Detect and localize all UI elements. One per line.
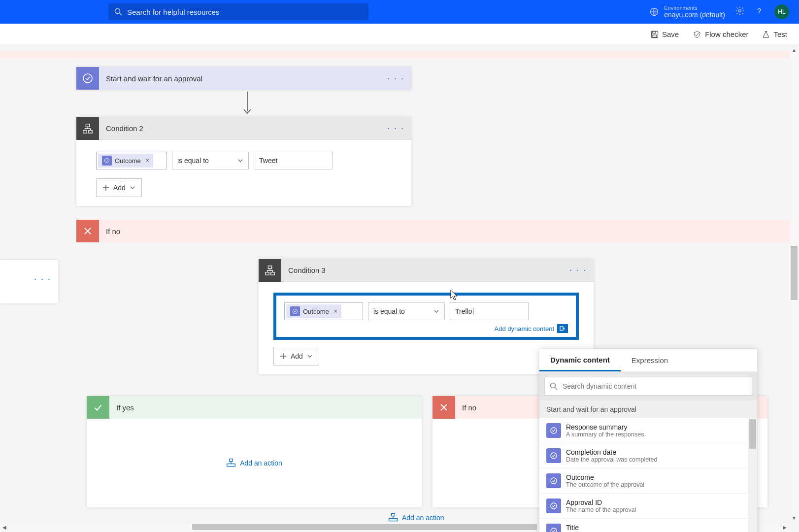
chevron-down-icon (130, 185, 135, 191)
add-action-button-bottom[interactable]: Add an action (388, 513, 444, 523)
collapsed-branch-card[interactable]: · · · (0, 260, 58, 303)
condition-2-left-operand[interactable]: Outcome × (96, 152, 167, 169)
dc-item[interactable]: TitleThe title of the approval (539, 519, 757, 532)
token-remove[interactable]: × (146, 157, 149, 164)
add-action-icon (388, 513, 398, 523)
user-avatar[interactable]: HL (774, 4, 789, 19)
add-dynamic-content-link[interactable]: Add dynamic content (495, 325, 554, 332)
environment-picker[interactable]: Environments enayu.com (default) (649, 5, 725, 19)
save-button[interactable]: Save (651, 30, 679, 38)
condition-2-menu[interactable]: · · · (387, 123, 404, 133)
dc-item-title: Response summary (566, 423, 644, 431)
mouse-cursor (450, 290, 459, 302)
token-label: Outcome (115, 157, 141, 165)
condition-card-condition-2[interactable]: Condition 2 · · · Outcome × is equal to (76, 117, 411, 206)
svg-rect-12 (89, 131, 92, 133)
dc-scrollbar[interactable] (748, 418, 757, 532)
hscroll-thumb[interactable] (192, 524, 537, 530)
approval-token-icon (290, 306, 300, 316)
scroll-thumb[interactable] (791, 246, 798, 300)
flow-canvas[interactable]: Start and wait for an approval · · · Con… (0, 45, 799, 532)
token-remove[interactable]: × (334, 308, 337, 315)
condition-2-operator-select[interactable]: is equal to (172, 152, 249, 169)
if-yes-label: If yes (116, 403, 134, 412)
condition-2-add-button[interactable]: Add (96, 178, 142, 197)
action-card-start-wait-approval[interactable]: Start and wait for an approval · · · (76, 67, 411, 90)
dc-search-input[interactable] (563, 382, 747, 390)
search-input[interactable]: Search for helpful resources (108, 3, 368, 20)
search-placeholder: Search for helpful resources (127, 8, 220, 16)
dc-section-header: Start and wait for an approval (539, 400, 757, 418)
help-icon[interactable]: ? (755, 6, 765, 18)
svg-point-37 (551, 428, 557, 433)
svg-rect-10 (86, 124, 89, 127)
operator-label: is equal to (373, 307, 405, 315)
vertical-scrollbar[interactable]: ▲ ▼ (789, 45, 799, 522)
approval-token-icon (546, 448, 561, 463)
settings-icon[interactable] (735, 6, 745, 18)
operator-label: is equal to (177, 157, 209, 165)
flow-checker-icon (693, 30, 701, 39)
svg-point-21 (293, 309, 298, 314)
svg-text:?: ? (757, 6, 761, 15)
svg-rect-11 (83, 131, 87, 133)
approval-token-icon (546, 423, 561, 438)
svg-rect-34 (389, 519, 398, 521)
add-label: Add (113, 184, 126, 192)
connector-arrow (241, 92, 253, 116)
chevron-down-icon (433, 308, 439, 314)
svg-point-8 (83, 74, 92, 83)
plus-icon (280, 353, 287, 360)
dc-item[interactable]: Approval IDThe name of the approval (539, 494, 757, 519)
svg-point-35 (551, 383, 556, 388)
dc-item[interactable]: OutcomeThe outcome of the approval (539, 468, 757, 494)
branch-bar-if-no[interactable]: If no (0, 220, 799, 242)
search-icon (550, 382, 558, 390)
tab-expression[interactable]: Expression (621, 349, 679, 371)
dc-item[interactable]: Response summaryA summary of the respons… (539, 418, 757, 443)
dc-item[interactable]: Completion dateDate the approval was com… (539, 443, 757, 468)
svg-point-38 (551, 453, 557, 459)
dynamic-content-popup: Dynamic content Expression Start and wai… (539, 349, 757, 532)
avatar-initials: HL (778, 8, 785, 15)
approval-card-menu[interactable]: · · · (387, 73, 404, 84)
scroll-up-arrow[interactable]: ▲ (789, 45, 799, 54)
test-button[interactable]: Test (762, 30, 787, 38)
flow-checker-button[interactable]: Flow checker (693, 30, 748, 39)
dc-item-title: Title (566, 524, 631, 532)
svg-line-36 (555, 388, 558, 390)
collapsed-branch-menu[interactable]: · · · (34, 274, 51, 284)
condition-3-menu[interactable]: · · · (569, 265, 587, 275)
scroll-down-arrow[interactable]: ▼ (789, 513, 799, 522)
condition-3-value-input[interactable]: Trello (450, 302, 529, 320)
close-icon (76, 220, 99, 242)
condition-2-value-input[interactable]: Tweet (254, 152, 333, 169)
condition-3-rule-row: Outcome × is equal to Trello Add dynamic… (273, 293, 579, 340)
condition-3-add-button[interactable]: Add (273, 347, 319, 366)
svg-point-40 (551, 503, 557, 509)
dynamic-content-search[interactable] (544, 377, 752, 396)
svg-rect-20 (271, 272, 274, 275)
add-action-button[interactable]: Add an action (226, 458, 282, 468)
tab-dynamic-content[interactable]: Dynamic content (539, 349, 621, 371)
condition-3-title: Condition 3 (288, 266, 326, 274)
canvas-background-strip (0, 51, 799, 58)
dc-item-desc: The name of the approval (566, 506, 636, 513)
if-no-2-label: If no (462, 403, 476, 412)
branch-card-if-yes[interactable]: If yes Add an action (87, 396, 422, 507)
scroll-left-arrow[interactable]: ◀ (0, 522, 9, 532)
approval-token-icon (546, 499, 561, 513)
dynamic-content-toggle[interactable] (557, 324, 568, 333)
svg-point-13 (105, 159, 109, 163)
check-icon (87, 396, 109, 419)
condition-3-left-operand[interactable]: Outcome × (284, 302, 363, 320)
scroll-right-arrow[interactable]: ▶ (780, 522, 789, 532)
dc-item-desc: Date the approval was completed (566, 456, 658, 463)
environments-name: enayu.com (default) (664, 11, 725, 19)
condition-3-operator-select[interactable]: is equal to (368, 302, 445, 320)
svg-rect-19 (266, 272, 269, 275)
svg-rect-29 (227, 464, 235, 466)
approval-token-icon (102, 156, 112, 166)
plus-icon (102, 184, 109, 191)
add-label: Add (291, 352, 303, 360)
